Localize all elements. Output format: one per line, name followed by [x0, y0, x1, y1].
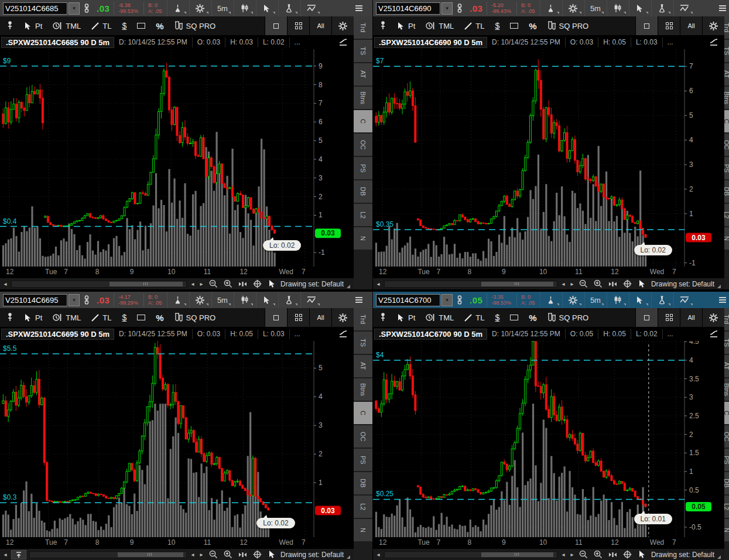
panel-menu-button[interactable]	[348, 292, 369, 308]
symbol-input[interactable]: V251014C6695	[3, 294, 67, 306]
side-tab-n[interactable]: N	[354, 519, 372, 541]
zoom-in-button[interactable]	[593, 278, 604, 290]
side-tab-db[interactable]: DB	[724, 180, 729, 203]
pan-left-button[interactable]: ◂	[560, 551, 566, 558]
pointer-button[interactable]	[266, 278, 278, 290]
pointer-tool-button[interactable]: Pt	[392, 308, 420, 327]
side-tab-c[interactable]: C	[354, 402, 372, 424]
scrollbar-thumb[interactable]	[481, 552, 553, 557]
sq-pro-button[interactable]: SQ PRO	[542, 308, 594, 327]
tml-button[interactable]: TML	[420, 16, 459, 35]
scroll-left-button[interactable]: ◂	[2, 551, 8, 558]
side-tab-db[interactable]: DB	[354, 180, 372, 203]
studies-flask-button[interactable]	[540, 0, 561, 16]
chart-scrollbar[interactable]	[29, 551, 187, 558]
ohlc-more[interactable]: ...	[663, 329, 678, 339]
side-tab-ts[interactable]: TS	[354, 332, 372, 354]
tml-button[interactable]: TML	[420, 308, 459, 327]
side-tab-oc[interactable]: OC	[354, 425, 372, 448]
pan-left-button[interactable]: ◂	[560, 281, 566, 287]
pointer-tool-button[interactable]: Pt	[19, 16, 47, 35]
grid-layout-button[interactable]	[658, 308, 680, 327]
price-level-button[interactable]: $	[117, 16, 132, 35]
pointer-button[interactable]	[636, 278, 648, 290]
chart-mode-icon[interactable]	[709, 330, 720, 338]
side-tab-at[interactable]: AT	[724, 63, 729, 86]
fit-width-button[interactable]	[237, 278, 248, 290]
chart-mode-icon[interactable]	[338, 330, 349, 338]
sq-pro-button[interactable]: SQ PRO	[169, 308, 221, 327]
fit-width-button[interactable]	[607, 549, 619, 560]
side-tab-n[interactable]: N	[354, 227, 372, 250]
price-chart[interactable]: 12345$5.5$0.30.03	[0, 341, 354, 537]
all-panels-button[interactable]: All	[680, 308, 702, 327]
pin-button[interactable]	[374, 308, 392, 327]
pan-left-button[interactable]: ◂	[190, 281, 196, 287]
all-panels-button[interactable]: All	[309, 308, 331, 327]
zoom-out-button[interactable]	[578, 278, 590, 290]
sq-pro-button[interactable]: SQ PRO	[169, 16, 221, 35]
drawing-set-label[interactable]: Drawing set: Default	[280, 280, 344, 288]
chart-mode-icon[interactable]	[709, 38, 720, 46]
side-tab-ps[interactable]: PS	[724, 449, 729, 471]
side-tab-l2[interactable]: L2	[724, 496, 729, 518]
panel-menu-button[interactable]	[348, 0, 369, 16]
price-chart[interactable]: -11234567$7$0.350.03	[373, 49, 724, 267]
zoom-in-button[interactable]	[593, 549, 604, 560]
side-tab-at[interactable]: AT	[724, 355, 729, 377]
toolbar-settings-button[interactable]	[702, 308, 724, 327]
side-tab-btns[interactable]: Btns	[354, 378, 372, 401]
trendline-button[interactable]: TL	[459, 16, 490, 35]
drawing-set-label[interactable]: Drawing set: Default	[651, 280, 714, 288]
studies-flask-button[interactable]	[540, 292, 561, 308]
crosshair-button[interactable]	[251, 278, 263, 290]
pointer-tool-button[interactable]: Pt	[19, 308, 47, 327]
link-icon[interactable]	[81, 292, 93, 308]
timeframe-button[interactable]: 5m	[584, 292, 605, 308]
single-chart-button[interactable]	[635, 308, 658, 327]
link-icon[interactable]	[81, 0, 93, 16]
grid-layout-button[interactable]	[658, 16, 680, 35]
toolbar-settings-button[interactable]	[331, 16, 354, 35]
scrollbar-thumb[interactable]	[109, 282, 183, 286]
chart-mode-icon[interactable]	[338, 38, 349, 46]
chart-scrollbar[interactable]	[384, 551, 557, 558]
side-tab-l2[interactable]: L2	[724, 204, 729, 226]
expand-chart-button[interactable]	[11, 550, 26, 559]
chart-scrollbar[interactable]	[384, 281, 557, 288]
strategies-flask-button[interactable]	[651, 0, 672, 16]
pan-right-button[interactable]: ▸	[569, 281, 575, 287]
side-tab-ps[interactable]: PS	[354, 157, 372, 179]
symbol-input[interactable]: V251014C6700	[376, 294, 440, 306]
scroll-left-button[interactable]: ◂	[375, 281, 381, 287]
strategies-flask-button[interactable]	[278, 0, 299, 16]
price-chart[interactable]: -0.50.511.522.533.544.5$4$0.250.05	[373, 341, 724, 537]
single-chart-button[interactable]	[265, 308, 287, 327]
side-tab-btns[interactable]: Btns	[354, 87, 372, 109]
price-level-button[interactable]: $	[490, 16, 505, 35]
symbol-dropdown-button[interactable]: ▾	[441, 2, 453, 15]
chart-scrollbar[interactable]	[11, 281, 187, 288]
patterns-button[interactable]	[300, 0, 321, 16]
rectangle-tool-button[interactable]	[132, 308, 150, 327]
cursor-tool-button[interactable]	[256, 0, 277, 16]
chart-style-button[interactable]	[234, 292, 255, 308]
price-chart[interactable]: -1123456789$9$0.40.03	[0, 49, 354, 267]
tml-button[interactable]: TML	[47, 16, 86, 35]
scroll-left-button[interactable]: ◂	[2, 281, 8, 287]
chart-area[interactable]: 12345$5.5$0.30.03 Lo: 0.02	[0, 341, 354, 537]
pin-button[interactable]	[374, 16, 392, 35]
price-level-button[interactable]: $	[490, 308, 505, 327]
chart-area[interactable]: -11234567$7$0.350.03 Lo: 0.02	[373, 49, 724, 267]
all-panels-button[interactable]: All	[309, 16, 331, 35]
strategies-flask-button[interactable]	[278, 292, 299, 308]
chart-style-button[interactable]	[234, 0, 255, 16]
side-tab-btns[interactable]: Btns	[724, 378, 729, 401]
side-tab-db[interactable]: DB	[354, 472, 372, 494]
symbol-dropdown-button[interactable]: ▾	[441, 294, 453, 306]
panel-menu-button[interactable]	[712, 0, 729, 16]
side-tab-oc[interactable]: OC	[724, 425, 729, 448]
timeframe-button[interactable]: 5m	[211, 292, 232, 308]
chart-style-button[interactable]	[607, 292, 628, 308]
cursor-tool-button[interactable]	[629, 0, 650, 16]
